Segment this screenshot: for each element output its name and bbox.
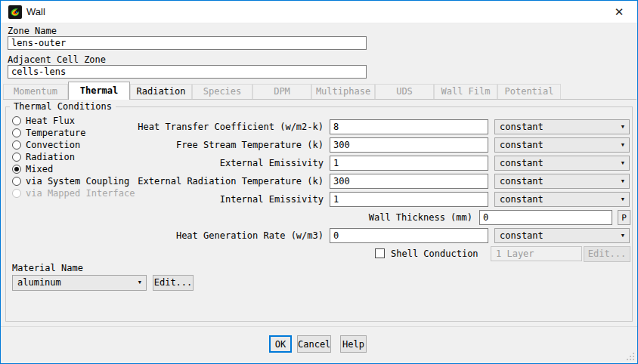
tab-uds[interactable]: UDS <box>375 84 434 99</box>
dropdown-arrow-icon <box>138 276 141 290</box>
row-heat-generation-rate: Heat Generation Rate (w/m3) constant <box>6 228 632 243</box>
external-emissivity-input[interactable] <box>330 156 488 171</box>
external-emissivity-label: External Emissivity <box>220 158 324 168</box>
window-title: Wall <box>26 1 45 23</box>
adjacent-cell-zone-label: Adjacent Cell Zone <box>8 54 106 65</box>
material-name-dropdown[interactable]: aluminum <box>12 275 147 291</box>
row-free-stream-temperature: Free Stream Temperature (k) constant <box>6 137 632 153</box>
dropdown-arrow-icon <box>621 120 624 134</box>
zone-name-label: Zone Name <box>8 26 57 36</box>
heat-transfer-coefficient-profile-dropdown[interactable]: constant <box>494 119 630 134</box>
adjacent-cell-zone-input[interactable] <box>8 65 367 79</box>
internal-emissivity-input[interactable] <box>330 192 488 207</box>
tab-dpm[interactable]: DPM <box>252 84 311 99</box>
dropdown-arrow-icon <box>621 138 624 152</box>
fluent-logo-icon <box>8 5 22 19</box>
material-edit-button[interactable]: Edit... <box>153 275 194 291</box>
tab-multiphase[interactable]: Multiphase <box>311 84 375 99</box>
resize-grip[interactable] <box>627 353 635 361</box>
external-emissivity-profile-dropdown[interactable]: constant <box>494 156 630 171</box>
dropdown-arrow-icon <box>621 156 624 170</box>
shell-conduction-edit-button: Edit... <box>584 246 630 262</box>
external-radiation-temperature-profile-dropdown[interactable]: constant <box>494 174 630 189</box>
shell-conduction-label[interactable]: Shell Conduction <box>391 248 478 259</box>
row-wall-thickness: Wall Thickness (mm) P <box>6 210 632 225</box>
internal-emissivity-label: Internal Emissivity <box>220 194 324 205</box>
wall-dialog: Wall ✕ Zone Name Adjacent Cell Zone Mome… <box>0 0 638 364</box>
external-radiation-temperature-label: External Radiation Temperature (k) <box>138 176 324 187</box>
close-icon[interactable]: ✕ <box>607 1 631 23</box>
tab-bar: Momentum Thermal Radiation Species DPM M… <box>3 82 561 100</box>
row-external-emissivity: External Emissivity constant <box>6 156 632 171</box>
ok-button[interactable]: OK <box>269 335 292 353</box>
cancel-button[interactable]: Cancel <box>297 335 331 353</box>
tab-thermal[interactable]: Thermal <box>68 82 130 100</box>
tab-momentum[interactable]: Momentum <box>3 84 68 99</box>
dropdown-arrow-icon <box>621 193 624 206</box>
thermal-conditions-group: Thermal Conditions Heat Flux Temperature… <box>5 106 633 322</box>
tab-species[interactable]: Species <box>192 84 252 99</box>
heat-generation-rate-profile-dropdown[interactable]: constant <box>494 228 630 243</box>
material-name-label: Material Name <box>12 263 83 273</box>
free-stream-temperature-input[interactable] <box>330 137 488 153</box>
tab-wall-film[interactable]: Wall Film <box>434 84 497 99</box>
zone-name-input[interactable] <box>8 36 367 50</box>
footer-divider <box>1 326 637 327</box>
internal-emissivity-profile-dropdown[interactable]: constant <box>494 192 630 207</box>
wall-thickness-label: Wall Thickness (mm) <box>369 212 472 223</box>
heat-transfer-coefficient-label: Heat Transfer Coefficient (w/m2-k) <box>138 122 324 132</box>
wall-thickness-profile-button[interactable]: P <box>618 210 630 225</box>
heat-transfer-coefficient-input[interactable] <box>330 119 488 134</box>
external-radiation-temperature-input[interactable] <box>330 174 488 189</box>
row-external-radiation-temperature: External Radiation Temperature (k) const… <box>6 174 632 189</box>
thermal-conditions-group-label: Thermal Conditions <box>10 101 116 112</box>
free-stream-temperature-profile-dropdown[interactable]: constant <box>494 137 630 153</box>
row-internal-emissivity: Internal Emissivity constant <box>6 192 632 207</box>
shell-conduction-layers-field: 1 Layer <box>491 246 582 261</box>
help-button[interactable]: Help <box>340 335 367 353</box>
title-bar: Wall ✕ <box>1 1 637 23</box>
dropdown-arrow-icon <box>621 174 624 188</box>
free-stream-temperature-label: Free Stream Temperature (k) <box>176 140 324 150</box>
wall-thickness-input[interactable] <box>479 210 612 225</box>
dropdown-arrow-icon <box>621 229 624 242</box>
tab-radiation[interactable]: Radiation <box>130 84 192 99</box>
shell-conduction-checkbox[interactable] <box>375 248 385 258</box>
row-shell-conduction: Shell Conduction 1 Layer Edit... <box>6 246 632 261</box>
row-heat-transfer-coefficient: Heat Transfer Coefficient (w/m2-k) const… <box>6 119 632 134</box>
tab-potential[interactable]: Potential <box>497 84 561 99</box>
heat-generation-rate-input[interactable] <box>330 228 488 243</box>
heat-generation-rate-label: Heat Generation Rate (w/m3) <box>176 230 324 241</box>
